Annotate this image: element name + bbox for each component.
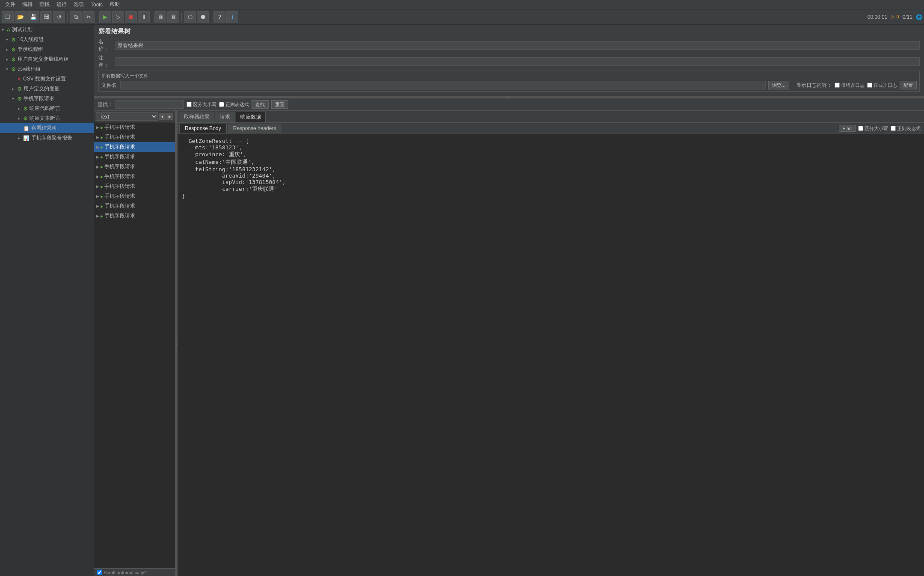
clear-all-button[interactable]: 🗑 (167, 11, 179, 23)
req2-arrow: ▶ (96, 135, 100, 140)
sidebar-item-response-text[interactable]: ▸ ⚙ 响应文本断言 (0, 113, 94, 123)
tree-node-req8[interactable]: ▶ ● 手机字段请求 (94, 191, 175, 201)
sidebar-item-user-vars[interactable]: ▸ ⚙ 用户定义的变量 (0, 84, 94, 94)
sidebar: ▾ A 测试计划 ▾ ⚙ 10人线程组 ▸ ⚙ 登录线程组 ▸ ⚙ 用户自定义变… (0, 25, 94, 576)
req8-icon: ● (100, 194, 103, 199)
menu-tools[interactable]: Tools (87, 1, 106, 9)
menu-options[interactable]: 选项 (70, 0, 87, 9)
tree-node-req2[interactable]: ▶ ● 手机字段请求 (94, 132, 175, 142)
shrink-button[interactable]: ⬡ (184, 11, 196, 23)
sidebar-item-response-assert[interactable]: ▸ ⚙ 响应代码断言 (0, 104, 94, 113)
tab-request[interactable]: 请求 (215, 112, 235, 122)
name-row: 名称： (98, 38, 920, 53)
copy-button[interactable]: ⧉ (70, 11, 82, 23)
config-button[interactable]: 配置 (900, 81, 917, 89)
sidebar-item-csv-group[interactable]: ▾ ⚙ csv线程组 (0, 64, 94, 74)
question-button[interactable]: ？ (213, 11, 225, 23)
menu-run[interactable]: 运行 (53, 0, 70, 9)
response-tabs: Response Body Response headers Find 区分大小… (178, 123, 924, 134)
tree-node-req4[interactable]: ▶ ● 手机字段请求 (94, 152, 175, 162)
arrow-test-plan: ▾ (2, 27, 7, 32)
response-body: __GetZoneResult_ = { mts:'1858123', prov… (178, 134, 924, 576)
arrow-group-10: ▾ (6, 37, 11, 42)
response-body-text: __GetZoneResult_ = { mts:'1858123', prov… (182, 138, 920, 199)
menu-file[interactable]: 文件 (2, 0, 19, 9)
find-input[interactable] (116, 100, 184, 109)
only-success-checkbox[interactable] (867, 83, 872, 88)
sidebar-item-group-10[interactable]: ▾ ⚙ 10人线程组 (0, 35, 94, 45)
only-error-label[interactable]: 仅错误日志 (835, 82, 865, 89)
new-button[interactable]: ☐ (2, 11, 14, 23)
only-error-checkbox[interactable] (835, 83, 840, 88)
sep1 (67, 12, 68, 22)
scroll-auto-label[interactable]: Scroll automatically? (97, 570, 147, 575)
stop-all-button[interactable]: ⏸ (138, 11, 150, 23)
resp-regex-label[interactable]: 正则表达式 (891, 125, 921, 132)
req10-icon: ● (100, 214, 103, 219)
sep2 (97, 12, 97, 22)
expand-button[interactable]: ⬢ (197, 11, 209, 23)
open-button[interactable]: 📂 (15, 11, 27, 23)
name-input[interactable] (116, 41, 920, 50)
regex-checkbox[interactable] (219, 102, 224, 107)
tree-node-req6[interactable]: ▶ ● 手机字段请求 (94, 172, 175, 181)
tree-node-req7[interactable]: ▶ ● 手机字段请求 (94, 181, 175, 191)
req8-arrow: ▶ (96, 194, 100, 199)
label-user-var: 用户自定义变量线程组 (18, 56, 69, 63)
save-button[interactable]: 💾 (27, 11, 39, 23)
arrow-user-vars: ▸ (12, 86, 17, 91)
tab-response[interactable]: 响应数据 (236, 112, 266, 122)
info-button[interactable]: ℹ (226, 11, 238, 23)
only-success-label[interactable]: 仅成功日志 (867, 82, 897, 89)
run-counter: 0/11 (903, 14, 912, 20)
browse-button[interactable]: 浏览... (768, 81, 789, 89)
case-checkbox[interactable] (187, 102, 192, 107)
resp-case-checkbox[interactable] (858, 126, 863, 131)
tree-toggle-expand[interactable]: ► (166, 113, 173, 120)
tree-node-req10[interactable]: ▶ ● 手机字段请求 (94, 211, 175, 221)
scroll-auto-checkbox[interactable] (97, 570, 102, 575)
find-button[interactable]: 查找 (252, 100, 269, 109)
sep4 (181, 12, 182, 22)
menu-find[interactable]: 查找 (36, 0, 53, 9)
req9-arrow: ▶ (96, 204, 100, 208)
sidebar-item-csv-data[interactable]: ✕ CSV 数据文件设置 (0, 74, 94, 84)
tree-node-req1[interactable]: ▶ ● 手机字段请求 (94, 122, 175, 132)
resp-tab-headers[interactable]: Response headers (228, 124, 282, 133)
tree-node-req9[interactable]: ▶ ● 手机字段请求 (94, 201, 175, 211)
sidebar-item-result-tree[interactable]: 📋 察看结果树 (0, 123, 94, 133)
comment-input[interactable] (116, 57, 920, 66)
file-input[interactable] (120, 81, 766, 89)
save-all-button[interactable]: 🖫 (40, 11, 52, 23)
cut-button[interactable]: ✂ (83, 11, 95, 23)
sidebar-item-login-group[interactable]: ▸ ⚙ 登录线程组 (0, 45, 94, 54)
clear-button[interactable]: 🗑 (154, 11, 166, 23)
case-label[interactable]: 区分大小写 (187, 101, 216, 108)
menu-help[interactable]: 帮助 (106, 0, 123, 9)
tab-sample-result[interactable]: 取样器结果 (179, 112, 214, 122)
regex-label[interactable]: 正则表达式 (219, 101, 249, 108)
sep5 (211, 12, 211, 22)
stop-button[interactable]: ⏹ (125, 11, 137, 23)
tree-toggle-collapse[interactable]: ▾ (159, 113, 166, 120)
sidebar-item-test-plan[interactable]: ▾ A 测试计划 (0, 25, 94, 35)
run-from-button[interactable]: ▷ (112, 11, 124, 23)
resp-regex-checkbox[interactable] (891, 126, 896, 131)
req3-icon: ● (100, 145, 103, 150)
resp-case-label[interactable]: 区分大小写 (858, 125, 888, 132)
run-button[interactable]: ▶ (99, 11, 111, 23)
sidebar-item-aggregate[interactable]: ▸ 📊 手机字段聚合报告 (0, 133, 94, 143)
resp-tab-body[interactable]: Response Body (179, 124, 227, 133)
menu-edit[interactable]: 编辑 (19, 0, 36, 9)
resp-find-button[interactable]: Find (839, 125, 856, 132)
sidebar-item-user-var[interactable]: ▸ ⚙ 用户自定义变量线程组 (0, 54, 94, 64)
tree-node-req5[interactable]: ▶ ● 手机字段请求 (94, 162, 175, 172)
revert-button[interactable]: ↺ (53, 11, 65, 23)
req4-arrow: ▶ (96, 154, 100, 159)
req1-arrow: ▶ (96, 125, 100, 130)
reset-button[interactable]: 重置 (271, 100, 288, 109)
sidebar-item-mobile-request[interactable]: ▾ ⚙ 手机字段请求 (0, 94, 94, 104)
tree-node-req3[interactable]: ▶ ● 手机字段请求 (94, 142, 175, 152)
arrow-login: ▸ (6, 47, 11, 52)
tree-dropdown[interactable]: Text (96, 112, 158, 121)
